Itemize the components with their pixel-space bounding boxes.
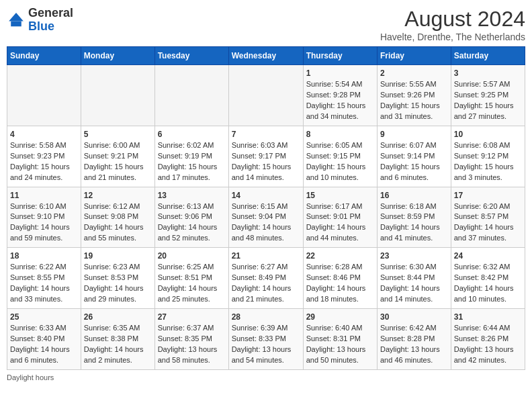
day-info: Sunrise: 6:27 AMSunset: 8:49 PMDaylight:… [232, 262, 300, 305]
logo-text: General Blue [28, 7, 73, 34]
day-number: 31 [454, 312, 522, 322]
day-info: Sunrise: 5:54 AMSunset: 9:28 PMDaylight:… [306, 79, 374, 122]
month-year: August 2024 [380, 7, 525, 32]
calendar-cell: 2Sunrise: 5:55 AMSunset: 9:26 PMDaylight… [378, 65, 451, 126]
day-info: Sunrise: 6:39 AMSunset: 8:33 PMDaylight:… [232, 323, 300, 366]
svg-marker-0 [9, 13, 24, 21]
calendar-header-saturday: Saturday [451, 47, 525, 65]
calendar-cell: 1Sunrise: 5:54 AMSunset: 9:28 PMDaylight… [303, 65, 377, 126]
calendar-cell: 26Sunrise: 6:35 AMSunset: 8:38 PMDayligh… [81, 309, 154, 370]
day-info: Sunrise: 6:20 AMSunset: 8:57 PMDaylight:… [454, 201, 522, 244]
calendar-week-3: 11Sunrise: 6:10 AMSunset: 9:10 PMDayligh… [7, 187, 525, 248]
calendar-cell: 13Sunrise: 6:13 AMSunset: 9:06 PMDayligh… [154, 187, 228, 248]
day-number: 20 [158, 251, 226, 261]
day-info: Sunrise: 6:22 AMSunset: 8:55 PMDaylight:… [10, 262, 78, 305]
calendar-header-wednesday: Wednesday [228, 47, 303, 65]
calendar-cell: 28Sunrise: 6:39 AMSunset: 8:33 PMDayligh… [228, 309, 303, 370]
calendar-header-row: SundayMondayTuesdayWednesdayThursdayFrid… [7, 47, 525, 65]
day-info: Sunrise: 6:12 AMSunset: 9:08 PMDaylight:… [84, 201, 152, 244]
logo-general: General [28, 6, 73, 19]
day-number: 17 [454, 191, 522, 200]
day-number: 16 [380, 191, 448, 200]
day-info: Sunrise: 6:40 AMSunset: 8:31 PMDaylight:… [306, 323, 374, 366]
title-area: August 2024 Havelte, Drenthe, The Nether… [380, 7, 525, 42]
calendar-cell: 12Sunrise: 6:12 AMSunset: 9:08 PMDayligh… [81, 187, 154, 248]
day-info: Sunrise: 6:30 AMSunset: 8:44 PMDaylight:… [380, 262, 448, 305]
logo-icon [7, 11, 26, 30]
calendar-cell: 22Sunrise: 6:28 AMSunset: 8:46 PMDayligh… [303, 248, 377, 309]
calendar-cell: 7Sunrise: 6:03 AMSunset: 9:17 PMDaylight… [228, 126, 303, 187]
calendar-week-2: 4Sunrise: 5:58 AMSunset: 9:23 PMDaylight… [7, 126, 525, 187]
calendar-cell: 29Sunrise: 6:40 AMSunset: 8:31 PMDayligh… [303, 309, 377, 370]
day-number: 19 [84, 251, 152, 261]
day-number: 4 [10, 130, 78, 139]
day-info: Sunrise: 6:08 AMSunset: 9:12 PMDaylight:… [454, 140, 522, 183]
calendar-cell: 31Sunrise: 6:44 AMSunset: 8:26 PMDayligh… [451, 309, 525, 370]
day-number: 27 [158, 312, 226, 322]
calendar-cell: 27Sunrise: 6:37 AMSunset: 8:35 PMDayligh… [154, 309, 228, 370]
day-info: Sunrise: 6:32 AMSunset: 8:42 PMDaylight:… [454, 262, 522, 305]
day-info: Sunrise: 6:05 AMSunset: 9:15 PMDaylight:… [306, 140, 374, 183]
day-number: 25 [10, 312, 78, 322]
day-number: 26 [84, 312, 152, 322]
calendar-cell: 18Sunrise: 6:22 AMSunset: 8:55 PMDayligh… [7, 248, 81, 309]
day-number: 5 [84, 130, 152, 139]
calendar-week-5: 25Sunrise: 6:33 AMSunset: 8:40 PMDayligh… [7, 309, 525, 370]
day-number: 8 [306, 130, 374, 139]
day-number: 6 [158, 130, 226, 139]
day-number: 22 [306, 251, 374, 261]
day-info: Sunrise: 6:25 AMSunset: 8:51 PMDaylight:… [158, 262, 226, 305]
day-info: Sunrise: 6:28 AMSunset: 8:46 PMDaylight:… [306, 262, 374, 305]
day-number: 10 [454, 130, 522, 139]
logo-blue: Blue [28, 19, 54, 33]
day-number: 28 [232, 312, 300, 322]
day-info: Sunrise: 6:35 AMSunset: 8:38 PMDaylight:… [84, 323, 152, 366]
day-info: Sunrise: 6:37 AMSunset: 8:35 PMDaylight:… [158, 323, 226, 366]
day-number: 14 [232, 191, 300, 200]
calendar-cell [154, 65, 228, 126]
day-number: 15 [306, 191, 374, 200]
day-info: Sunrise: 5:55 AMSunset: 9:26 PMDaylight:… [380, 79, 448, 122]
calendar: SundayMondayTuesdayWednesdayThursdayFrid… [7, 46, 525, 370]
day-info: Sunrise: 6:42 AMSunset: 8:28 PMDaylight:… [380, 323, 448, 366]
day-info: Sunrise: 6:18 AMSunset: 8:59 PMDaylight:… [380, 201, 448, 244]
day-info: Sunrise: 6:44 AMSunset: 8:26 PMDaylight:… [454, 323, 522, 366]
calendar-cell: 24Sunrise: 6:32 AMSunset: 8:42 PMDayligh… [451, 248, 525, 309]
calendar-cell [81, 65, 154, 126]
day-info: Sunrise: 5:57 AMSunset: 9:25 PMDaylight:… [454, 79, 522, 122]
day-info: Sunrise: 6:02 AMSunset: 9:19 PMDaylight:… [158, 140, 226, 183]
calendar-cell: 25Sunrise: 6:33 AMSunset: 8:40 PMDayligh… [7, 309, 81, 370]
calendar-cell: 15Sunrise: 6:17 AMSunset: 9:01 PMDayligh… [303, 187, 377, 248]
day-number: 7 [232, 130, 300, 139]
calendar-cell: 19Sunrise: 6:23 AMSunset: 8:53 PMDayligh… [81, 248, 154, 309]
calendar-cell: 20Sunrise: 6:25 AMSunset: 8:51 PMDayligh… [154, 248, 228, 309]
calendar-cell: 5Sunrise: 6:00 AMSunset: 9:21 PMDaylight… [81, 126, 154, 187]
day-number: 9 [380, 130, 448, 139]
calendar-cell: 9Sunrise: 6:07 AMSunset: 9:14 PMDaylight… [378, 126, 451, 187]
calendar-cell: 6Sunrise: 6:02 AMSunset: 9:19 PMDaylight… [154, 126, 228, 187]
day-number: 3 [454, 68, 522, 78]
calendar-cell: 4Sunrise: 5:58 AMSunset: 9:23 PMDaylight… [7, 126, 81, 187]
day-number: 1 [306, 68, 374, 78]
calendar-cell: 23Sunrise: 6:30 AMSunset: 8:44 PMDayligh… [378, 248, 451, 309]
calendar-cell: 16Sunrise: 6:18 AMSunset: 8:59 PMDayligh… [378, 187, 451, 248]
calendar-header-tuesday: Tuesday [154, 47, 228, 65]
day-number: 21 [232, 251, 300, 261]
day-number: 13 [158, 191, 226, 200]
day-info: Sunrise: 6:23 AMSunset: 8:53 PMDaylight:… [84, 262, 152, 305]
calendar-cell [228, 65, 303, 126]
svg-rect-1 [11, 21, 21, 26]
day-number: 29 [306, 312, 374, 322]
day-number: 11 [10, 191, 78, 200]
calendar-header-friday: Friday [378, 47, 451, 65]
calendar-cell: 11Sunrise: 6:10 AMSunset: 9:10 PMDayligh… [7, 187, 81, 248]
calendar-header-thursday: Thursday [303, 47, 377, 65]
calendar-cell: 30Sunrise: 6:42 AMSunset: 8:28 PMDayligh… [378, 309, 451, 370]
day-info: Sunrise: 6:10 AMSunset: 9:10 PMDaylight:… [10, 201, 78, 244]
calendar-cell: 14Sunrise: 6:15 AMSunset: 9:04 PMDayligh… [228, 187, 303, 248]
header: General Blue August 2024 Havelte, Drenth… [7, 7, 525, 42]
logo: General Blue [7, 7, 73, 34]
day-number: 12 [84, 191, 152, 200]
day-info: Sunrise: 6:03 AMSunset: 9:17 PMDaylight:… [232, 140, 300, 183]
day-info: Sunrise: 6:00 AMSunset: 9:21 PMDaylight:… [84, 140, 152, 183]
